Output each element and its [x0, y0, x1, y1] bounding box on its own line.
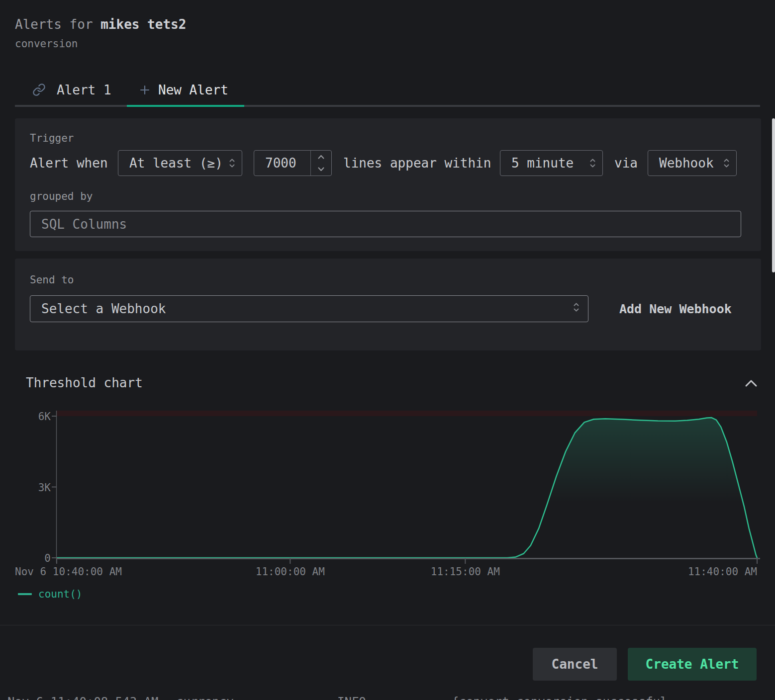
- svg-text:0: 0: [44, 552, 51, 564]
- log-timestamp: Nov 6 11:40:08.543 AM: [7, 695, 158, 700]
- legend-label: count(): [38, 588, 83, 600]
- create-alert-button[interactable]: Create Alert: [628, 648, 757, 681]
- svg-text:3K: 3K: [38, 482, 51, 494]
- alert-modal: Alerts for mikes tets2 conversion Alert …: [0, 0, 775, 700]
- legend-swatch: [18, 593, 32, 595]
- background-log-row: Nov 6 11:40:08.543 AM currency INFO {con…: [0, 693, 775, 700]
- cancel-button[interactable]: Cancel: [533, 648, 617, 681]
- legend-item-count[interactable]: count(): [18, 588, 83, 600]
- log-service: currency: [176, 695, 234, 700]
- threshold-chart[interactable]: 03K6KNov 6 10:40:00 AM11:00:00 AM11:15:0…: [0, 0, 775, 700]
- footer-divider: [0, 625, 775, 625]
- scrollbar-thumb[interactable]: [772, 118, 775, 272]
- log-message: {convert conversion successful: [452, 695, 667, 700]
- svg-text:11:00:00 AM: 11:00:00 AM: [256, 566, 325, 578]
- svg-text:11:40:00 AM: 11:40:00 AM: [688, 566, 757, 578]
- svg-text:Nov 6 10:40:00 AM: Nov 6 10:40:00 AM: [15, 566, 122, 578]
- svg-text:11:15:00 AM: 11:15:00 AM: [431, 566, 500, 578]
- svg-text:6K: 6K: [38, 411, 51, 423]
- log-level: INFO: [337, 695, 366, 700]
